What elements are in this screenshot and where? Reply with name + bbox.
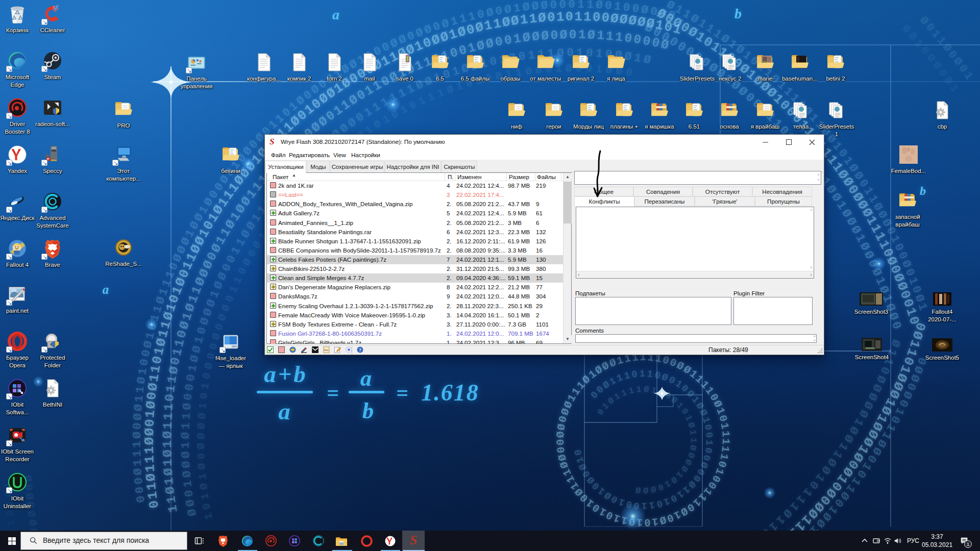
svg-text:a: a [278,398,290,424]
svg-text:a: a [103,283,109,296]
svg-text:?: ? [359,347,361,353]
svg-text:a: a [360,365,372,391]
svg-text:=: = [327,381,339,405]
svg-text:b: b [734,6,742,21]
svg-text:=: = [396,381,408,405]
svg-text:Doc: Doc [324,348,329,352]
svg-text:b: b [362,398,374,423]
svg-text:1.618: 1.618 [421,380,479,406]
svg-text:a: a [332,7,339,22]
svg-text:a + b: a + b [264,361,306,387]
